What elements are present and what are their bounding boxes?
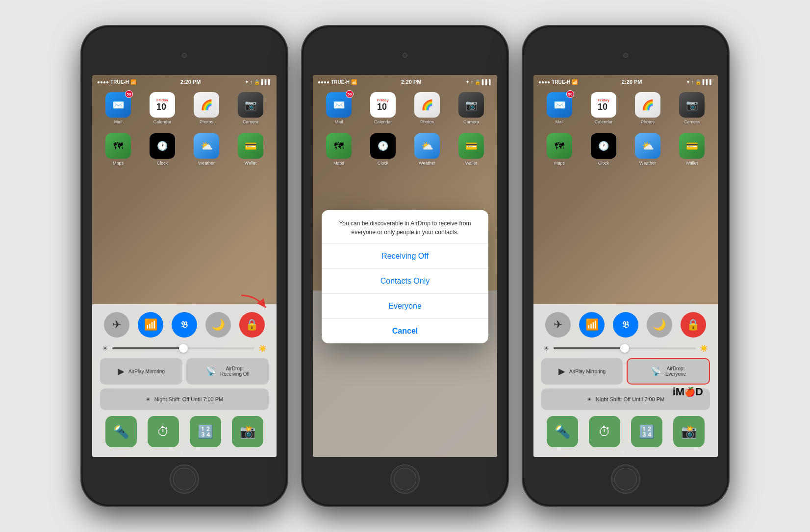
- phone-2: ●●●● TRUE-H 📶 2:20 PM ✦ ↑ 🔒 ▌▌▌ ✉️ 50: [302, 26, 508, 506]
- cc-middle-row-3: ▶ AirPlay Mirroring 📡 AirDrop:Everyone: [541, 358, 710, 385]
- carrier-3: TRUE-H: [552, 79, 570, 85]
- brightness-low-icon-3: ☀: [543, 344, 550, 352]
- app-mail-3[interactable]: ✉️ 50 Mail: [543, 92, 576, 124]
- app-mail-1[interactable]: ✉️ 50 Mail: [101, 92, 135, 124]
- brightness-track-3[interactable]: [554, 347, 696, 349]
- airdrop-icon-3: 📡: [651, 366, 661, 377]
- bluetooth-btn-3[interactable]: 𝔅: [613, 312, 638, 338]
- photos-icon-2: 🌈: [414, 92, 440, 118]
- airdrop-btn-1[interactable]: 📡 AirDrop:Receiving Off: [186, 358, 269, 385]
- imod-text2: D: [695, 386, 703, 398]
- app-row-3-1: ✉️ 50 Mail Friday10 Calendar 🌈 Photos: [537, 92, 714, 124]
- app-camera-2[interactable]: 📷 Camera: [455, 92, 488, 124]
- airdrop-desc: You can be discoverable in AirDrop to re…: [322, 210, 488, 243]
- home-button-2[interactable]: [390, 464, 420, 494]
- app-photos-2[interactable]: 🌈 Photos: [410, 92, 444, 124]
- airdrop-everyone[interactable]: Everyone: [322, 294, 488, 319]
- app-wallet-2[interactable]: 💳 Wallet: [455, 133, 488, 166]
- calendar-label-3: Calendar: [595, 120, 613, 124]
- clock-icon-2: 🕐: [370, 133, 396, 159]
- timer-btn-3[interactable]: ⏱: [589, 416, 620, 447]
- quick-camera-btn-1[interactable]: 📸: [232, 416, 263, 447]
- app-photos-3[interactable]: 🌈 Photos: [631, 92, 664, 124]
- app-mail-2[interactable]: ✉️ 50 Mail: [322, 92, 355, 124]
- brightness-thumb-1: [179, 344, 188, 353]
- camera-icon-2: 📷: [458, 92, 484, 118]
- app-calendar-1[interactable]: Friday10 Calendar: [146, 92, 179, 124]
- brightness-high-icon-1: ☀️: [258, 344, 267, 352]
- airplay-btn-3[interactable]: ▶ AirPlay Mirroring: [541, 358, 623, 385]
- airdrop-receiving-off[interactable]: Receiving Off: [322, 244, 488, 269]
- quick-camera-btn-3[interactable]: 📸: [673, 416, 705, 447]
- app-maps-2[interactable]: 🗺 Maps: [322, 133, 355, 166]
- home-button-inner-2: [394, 468, 416, 490]
- airplay-icon-3: ▶: [558, 366, 565, 377]
- brightness-track-1[interactable]: [112, 347, 254, 349]
- app-wallet-1[interactable]: 💳 Wallet: [234, 133, 267, 166]
- home-button-1[interactable]: [170, 464, 199, 494]
- photos-label-3: Photos: [641, 120, 655, 124]
- calc-btn-1[interactable]: 🔢: [190, 416, 221, 447]
- mail-label-3: Mail: [556, 120, 564, 124]
- wifi-btn-3[interactable]: 📶: [579, 312, 605, 338]
- night-shift-btn-1[interactable]: ☀ Night Shift: Off Until 7:00 PM: [100, 388, 269, 410]
- dnd-btn-1[interactable]: 🌙: [205, 312, 231, 338]
- flashlight-btn-1[interactable]: 🔦: [105, 416, 137, 447]
- app-camera-3[interactable]: 📷 Camera: [675, 92, 709, 124]
- app-wallet-3[interactable]: 💳 Wallet: [675, 133, 709, 166]
- bluetooth-btn-1[interactable]: 𝔅: [172, 312, 197, 338]
- imod-watermark: iM 🍎 D: [673, 386, 703, 398]
- app-weather-2[interactable]: ⛅ Weather: [410, 133, 444, 166]
- mail-label-2: Mail: [335, 120, 343, 124]
- wifi-icon-1: 📶: [130, 79, 136, 85]
- phone-3: ●●●● TRUE-H 📶 2:20 PM ✦ ↑ 🔒 ▌▌▌ ✉️ 50: [523, 26, 729, 506]
- clock-icon-3: 🕐: [591, 133, 616, 159]
- wifi-btn-1[interactable]: 📶: [138, 312, 163, 338]
- timer-btn-1[interactable]: ⏱: [148, 416, 179, 447]
- camera-label-2: Camera: [463, 120, 479, 124]
- camera-label-3: Camera: [684, 120, 700, 124]
- app-calendar-3[interactable]: Friday10 Calendar: [587, 92, 620, 124]
- airdrop-modal: You can be discoverable in AirDrop to re…: [322, 210, 488, 343]
- app-clock-1[interactable]: 🕐 Clock: [146, 133, 179, 166]
- app-maps-1[interactable]: 🗺 Maps: [101, 133, 135, 166]
- imod-text: iM: [673, 386, 684, 398]
- app-weather-1[interactable]: ⛅ Weather: [190, 133, 223, 166]
- app-row-2-1: ✉️ 50 Mail Friday10 Calendar 🌈 Photos: [317, 92, 493, 124]
- airdrop-label-3: AirDrop:Everyone: [665, 366, 686, 377]
- dnd-btn-3[interactable]: 🌙: [647, 312, 672, 338]
- wallet-icon-3: 💳: [679, 133, 705, 159]
- phone-screen-1: ●●●● TRUE-H 📶 2:20 PM ✦ ↑ 🔒 ▌▌▌ ✉️ 50: [92, 75, 277, 457]
- airdrop-contacts-only[interactable]: Contacts Only: [322, 269, 488, 294]
- calc-btn-3[interactable]: 🔢: [631, 416, 662, 447]
- carrier-2: TRUE-H: [331, 79, 350, 85]
- app-calendar-2[interactable]: Friday10 Calendar: [366, 92, 400, 124]
- airplane-btn-1[interactable]: ✈: [104, 312, 129, 338]
- app-photos-1[interactable]: 🌈 Photos: [190, 92, 223, 124]
- mail-icon-3: ✉️ 50: [547, 92, 572, 118]
- app-weather-3[interactable]: ⛅ Weather: [631, 133, 664, 166]
- airplay-btn-1[interactable]: ▶ AirPlay Mirroring: [100, 358, 182, 385]
- photos-label-2: Photos: [420, 120, 434, 124]
- mail-badge-1: 50: [125, 90, 133, 98]
- brightness-low-icon-1: ☀: [102, 344, 108, 352]
- weather-label-2: Weather: [419, 161, 435, 166]
- mail-icon-2: ✉️ 50: [326, 92, 352, 118]
- app-camera-1[interactable]: 📷 Camera: [234, 92, 267, 124]
- app-clock-2[interactable]: 🕐 Clock: [366, 133, 400, 166]
- app-row-3-2: 🗺 Maps 🕐 Clock ⛅ Weather 💳 Wallet: [537, 133, 714, 166]
- maps-label-2: Maps: [333, 161, 344, 166]
- brightness-row-1: ☀ ☀️: [100, 344, 269, 352]
- home-button-inner-1: [173, 468, 196, 490]
- airdrop-icon-1: 📡: [205, 366, 216, 377]
- app-clock-3[interactable]: 🕐 Clock: [587, 133, 620, 166]
- control-center-3: ✈ 📶 𝔅 🌙 🔒 ☀ ☀️ ▶: [533, 304, 718, 457]
- airdrop-cancel[interactable]: Cancel: [322, 319, 488, 343]
- airdrop-btn-3[interactable]: 📡 AirDrop:Everyone: [627, 358, 710, 385]
- home-button-3[interactable]: [611, 464, 640, 494]
- clock-label-3: Clock: [598, 161, 609, 166]
- rotation-btn-3[interactable]: 🔒: [681, 312, 706, 338]
- airplane-btn-3[interactable]: ✈: [545, 312, 571, 338]
- flashlight-btn-3[interactable]: 🔦: [547, 416, 578, 447]
- app-maps-3[interactable]: 🗺 Maps: [543, 133, 576, 166]
